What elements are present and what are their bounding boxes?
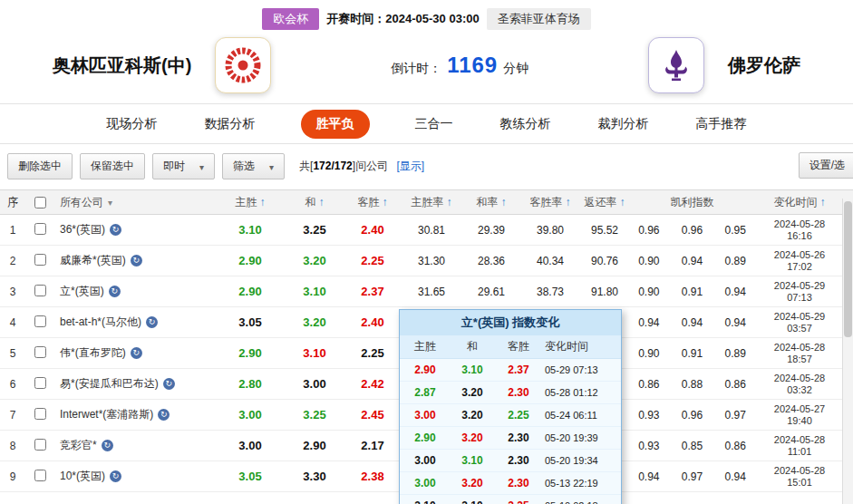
header-company[interactable]: 所有公司 xyxy=(54,195,218,210)
row-checkbox[interactable] xyxy=(34,346,46,358)
away-odds[interactable]: 2.40 xyxy=(346,315,399,329)
kickoff-time: 开赛时间：2024-05-30 03:00 xyxy=(326,11,479,27)
table-row: 2威廉希*(英国)2.903.202.2531.3028.3640.3490.7… xyxy=(0,246,853,276)
popup-away-odds: 2.30 xyxy=(494,454,543,467)
scrollbar-thumb[interactable] xyxy=(844,201,852,337)
time-filter-dropdown[interactable]: 即时 xyxy=(152,153,215,179)
company-cell[interactable]: 立*(英国) xyxy=(54,284,218,299)
home-odds[interactable]: 2.90 xyxy=(218,346,283,360)
away-odds[interactable]: 2.17 xyxy=(346,439,399,452)
nav-tab[interactable]: 三合一 xyxy=(413,111,455,138)
change-date: 2024-05-28 xyxy=(757,218,842,230)
row-checkbox[interactable] xyxy=(34,223,46,235)
kelly-value: 0.94 xyxy=(713,470,757,483)
company-cell[interactable]: 36*(英国) xyxy=(54,222,218,237)
draw-odds[interactable]: 2.90 xyxy=(283,439,346,452)
home-odds[interactable]: 3.05 xyxy=(218,470,283,483)
row-checkbox[interactable] xyxy=(34,470,46,481)
company-cell[interactable]: 威廉希*(英国) xyxy=(54,253,218,268)
odds-history-icon[interactable] xyxy=(110,224,121,236)
away-odds[interactable]: 2.25 xyxy=(346,254,399,267)
header-away-odds[interactable]: 客胜 xyxy=(346,195,399,210)
company-name: 立*(英国) xyxy=(60,284,104,299)
draw-odds[interactable]: 3.20 xyxy=(283,254,346,267)
select-all-checkbox[interactable] xyxy=(34,197,46,208)
away-odds[interactable]: 2.40 xyxy=(346,223,399,237)
sort-asc-icon xyxy=(383,196,388,208)
header-draw-rate[interactable]: 和率 xyxy=(464,195,519,210)
draw-odds[interactable]: 3.10 xyxy=(283,285,346,298)
header-home-odds[interactable]: 主胜 xyxy=(218,195,283,210)
odds-history-icon[interactable] xyxy=(163,378,175,390)
row-seq: 6 xyxy=(0,378,25,391)
draw-odds[interactable]: 3.00 xyxy=(283,377,346,391)
row-checkbox-cell xyxy=(25,439,54,453)
home-odds[interactable]: 3.05 xyxy=(218,315,283,329)
row-checkbox[interactable] xyxy=(34,315,46,327)
row-seq: 1 xyxy=(0,224,25,237)
draw-odds[interactable]: 3.20 xyxy=(283,315,346,329)
company-cell[interactable]: 10*(英国) xyxy=(54,469,218,484)
nav-tab[interactable]: 教练分析 xyxy=(499,111,553,138)
header-payout-rate[interactable]: 返还率 xyxy=(582,195,627,210)
company-cell[interactable]: 竞彩官* xyxy=(54,438,218,453)
odds-history-icon[interactable] xyxy=(110,470,121,482)
header-away-label: 客胜 xyxy=(358,195,380,210)
header-home-rate[interactable]: 主胜率 xyxy=(399,195,464,210)
popup-change-time: 05-20 19:34 xyxy=(543,455,621,466)
draw-odds[interactable]: 3.25 xyxy=(283,408,346,422)
home-odds[interactable]: 3.00 xyxy=(218,408,283,422)
nav-tab[interactable]: 数据分析 xyxy=(203,111,257,138)
odds-history-icon[interactable] xyxy=(131,347,142,359)
home-odds[interactable]: 2.80 xyxy=(218,377,283,391)
header-change-time[interactable]: 变化时间 xyxy=(757,195,842,210)
away-odds[interactable]: 2.42 xyxy=(346,377,399,391)
home-odds[interactable]: 2.90 xyxy=(218,285,283,298)
keep-selected-button[interactable]: 保留选中 xyxy=(80,153,145,179)
kelly-value: 0.89 xyxy=(713,347,757,360)
odds-history-icon[interactable] xyxy=(158,409,170,421)
filter-dropdown[interactable]: 筛选 xyxy=(222,153,285,179)
popup-draw-odds: 3.20 xyxy=(451,477,494,489)
away-odds[interactable]: 2.45 xyxy=(346,408,399,422)
nav-tab[interactable]: 胜平负 xyxy=(301,110,370,139)
odds-history-icon[interactable] xyxy=(109,286,121,297)
away-odds[interactable]: 2.37 xyxy=(346,285,399,298)
row-checkbox[interactable] xyxy=(34,285,46,296)
row-seq: 9 xyxy=(0,470,25,483)
row-checkbox[interactable] xyxy=(34,408,46,420)
countdown-value: 1169 xyxy=(447,53,498,78)
company-cell[interactable]: bet-at-h*(马尔他) xyxy=(54,315,218,330)
nav-tab[interactable]: 高手推荐 xyxy=(694,111,749,138)
header-draw-odds[interactable]: 和 xyxy=(283,195,346,210)
draw-odds[interactable]: 3.10 xyxy=(283,346,346,360)
odds-history-icon[interactable] xyxy=(131,255,142,267)
draw-odds[interactable]: 3.25 xyxy=(283,223,346,237)
company-cell[interactable]: Interwet*(塞浦路斯) xyxy=(54,407,218,422)
odds-history-icon[interactable] xyxy=(102,440,113,451)
draw-odds[interactable]: 3.30 xyxy=(283,470,346,483)
away-odds[interactable]: 2.25 xyxy=(346,346,399,360)
nav-tab[interactable]: 裁判分析 xyxy=(596,111,651,138)
home-odds[interactable]: 2.90 xyxy=(218,254,283,267)
nav-tab[interactable]: 现场分析 xyxy=(105,111,160,138)
company-cell[interactable]: 伟*(直布罗陀) xyxy=(54,345,218,361)
home-odds[interactable]: 3.00 xyxy=(218,439,283,452)
company-filter-caret-icon[interactable] xyxy=(108,196,112,208)
odds-history-icon[interactable] xyxy=(146,316,158,328)
away-team: 佛罗伦萨 xyxy=(648,37,800,93)
settings-button[interactable]: 设置/选 xyxy=(799,152,853,179)
away-odds[interactable]: 2.38 xyxy=(346,470,399,483)
row-checkbox[interactable] xyxy=(34,439,46,451)
company-cell[interactable]: 易*(安提瓜和巴布达) xyxy=(54,376,218,392)
row-checkbox[interactable] xyxy=(34,377,46,389)
show-link[interactable]: [显示] xyxy=(396,160,424,172)
away-team-logo xyxy=(648,37,704,93)
delete-selected-button[interactable]: 删除选中 xyxy=(7,153,73,179)
row-checkbox-cell xyxy=(25,254,54,268)
home-odds[interactable]: 3.10 xyxy=(218,223,283,237)
row-checkbox[interactable] xyxy=(34,254,46,266)
vertical-scrollbar[interactable] xyxy=(842,199,853,504)
header-away-rate[interactable]: 客胜率 xyxy=(519,195,582,210)
row-checkbox-cell xyxy=(25,315,54,330)
